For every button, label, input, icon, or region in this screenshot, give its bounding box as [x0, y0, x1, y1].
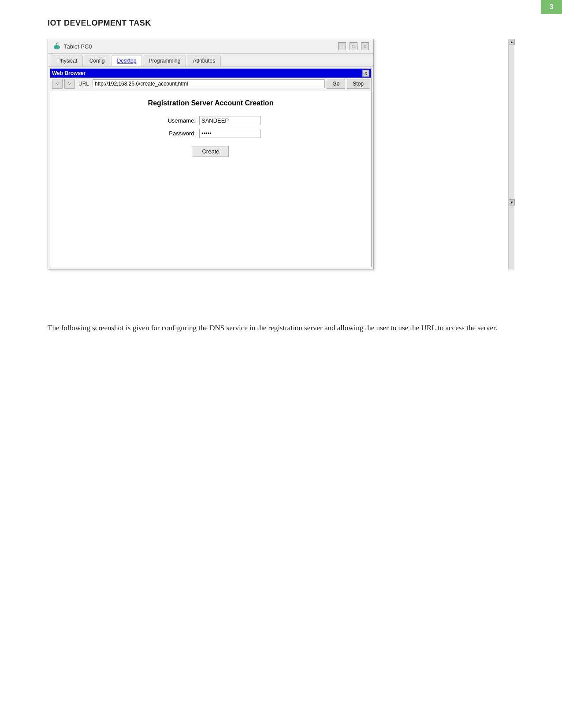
password-input[interactable]: [199, 129, 261, 138]
tab-programming[interactable]: Programming: [143, 56, 186, 66]
close-window-button[interactable]: ×: [361, 42, 369, 50]
document-title: IOT DEVELOPMENT TASK: [48, 19, 151, 28]
description-text: The following screenshot is given for co…: [48, 322, 514, 335]
url-label: URL: [77, 81, 91, 87]
window-titlebar: Tablet PC0 — □ ×: [48, 39, 373, 54]
username-label: Username:: [160, 117, 196, 124]
window-controls: — □ ×: [338, 42, 369, 50]
tablet-icon: [52, 42, 61, 51]
username-input[interactable]: [199, 116, 261, 125]
go-button[interactable]: Go: [327, 79, 345, 89]
browser-scrollbar[interactable]: ▲ ▼: [508, 39, 514, 269]
password-row: Password:: [160, 129, 261, 138]
browser-content: Registration Server Account Creation Use…: [50, 90, 371, 267]
form-area: Username: Password: Create: [59, 116, 362, 157]
url-bar: < > URL Go Stop: [50, 78, 371, 90]
window-title-left: Tablet PC0: [52, 42, 92, 51]
url-input[interactable]: [93, 79, 325, 88]
tabs-bar: Physical Config Desktop Programming Attr…: [48, 54, 373, 67]
browser-close-button[interactable]: X: [362, 70, 369, 77]
browser-content-wrapper: Registration Server Account Creation Use…: [50, 90, 371, 267]
minimize-button[interactable]: —: [338, 42, 346, 50]
page-number-badge: 3: [541, 0, 562, 14]
tab-desktop[interactable]: Desktop: [111, 56, 142, 66]
username-row: Username:: [160, 116, 261, 125]
tablet-window: Tablet PC0 — □ × Physical Config Desktop…: [48, 39, 374, 269]
scroll-down-arrow[interactable]: ▼: [509, 199, 515, 205]
stop-button[interactable]: Stop: [347, 79, 369, 89]
scroll-up-arrow[interactable]: ▲: [509, 39, 515, 45]
back-button[interactable]: <: [52, 79, 63, 89]
browser-toolbar-title: Web Browser: [52, 70, 361, 76]
tab-config[interactable]: Config: [84, 56, 111, 66]
tab-physical[interactable]: Physical: [52, 56, 83, 66]
create-button[interactable]: Create: [193, 146, 228, 157]
browser-toolbar: Web Browser X: [50, 69, 371, 78]
tab-attributes[interactable]: Attributes: [187, 56, 221, 66]
content-area: Tablet PC0 — □ × Physical Config Desktop…: [48, 39, 514, 269]
window-title-text: Tablet PC0: [64, 43, 92, 50]
forward-button[interactable]: >: [64, 79, 75, 89]
restore-button[interactable]: □: [350, 42, 357, 50]
password-label: Password:: [160, 130, 196, 137]
browser-area: Web Browser X < > URL Go Stop Registrati…: [50, 68, 372, 267]
form-page-title: Registration Server Account Creation: [59, 99, 362, 107]
